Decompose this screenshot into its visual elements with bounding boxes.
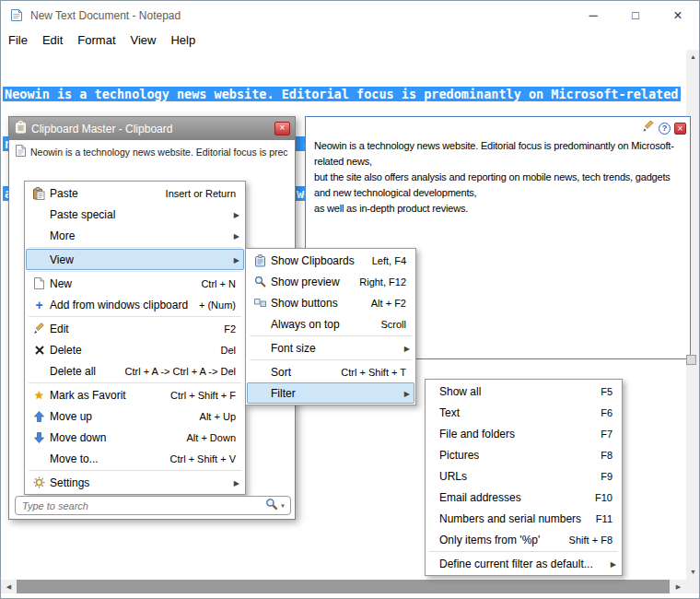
submenu-arrow-icon: ▶ (234, 255, 239, 264)
menu-item-move-up[interactable]: Move up Alt + Up (26, 405, 244, 427)
menu-item-label: File and folders (439, 428, 601, 440)
filter-item-text[interactable]: Text F6 (426, 402, 621, 423)
preview-close-icon[interactable]: × (674, 123, 686, 135)
menu-item-shortcut: F7 (601, 429, 621, 440)
menu-item-label: Email addresses (439, 491, 595, 504)
menu-item-view[interactable]: View ▶ (26, 249, 244, 270)
menu-item-label: Show Clipboards (271, 254, 372, 267)
clipboard-master-titlebar[interactable]: Clipboard Master - Clipboard × (9, 117, 295, 140)
filter-item-pictures[interactable]: Pictures F8 (426, 444, 621, 465)
menu-item-shortcut: F8 (601, 450, 621, 461)
search-dropdown-icon[interactable]: ▼ (280, 503, 286, 509)
menu-item-label: Font size (271, 342, 414, 355)
menu-item-mark-as-favorit[interactable]: ★ Mark as Favorit Ctrl + Shift + F (26, 384, 244, 405)
preview-line: but the site also offers analysis and re… (314, 170, 684, 185)
window-controls: ─ □ × (572, 1, 699, 29)
horizontal-scrollbar-thumb[interactable] (17, 580, 670, 593)
menu-item-shortcut: F2 (224, 323, 244, 335)
show-clipboards-icon (250, 254, 271, 267)
menu-item-move-to[interactable]: Move to... Ctrl + Shift + V (26, 448, 244, 469)
menu-item-paste[interactable]: Paste Insert or Return (26, 182, 244, 204)
favorite-star-icon: ★ (29, 389, 50, 402)
menu-item-delete[interactable]: Delete Del (26, 339, 244, 360)
menu-item-shortcut: F6 (601, 407, 621, 418)
clipboard-master-app-icon (15, 121, 27, 136)
menu-item-shortcut: Alt + Down (187, 432, 245, 443)
menu-item-shortcut: Insert or Return (166, 188, 244, 199)
submenu-item-filter[interactable]: Filter ▶ (247, 382, 414, 404)
menubar-item-file[interactable]: File (1, 31, 35, 49)
filter-item-file-and-folders[interactable]: File and folders F7 (426, 423, 621, 444)
menu-item-label: Always on top (271, 318, 380, 331)
filter-item-only-items-from[interactable]: Only items from '%p' Shift + F8 (426, 529, 621, 550)
menu-item-new[interactable]: New Ctrl + N (26, 273, 244, 294)
scroll-left-icon[interactable]: ◀ (1, 580, 17, 593)
menu-item-label: Filter (271, 387, 414, 400)
menu-item-label: Edit (50, 323, 224, 335)
menu-item-label: Move down (50, 431, 187, 444)
maximize-button[interactable]: □ (614, 1, 657, 29)
clipboard-master-title: Clipboard Master - Clipboard (31, 123, 172, 135)
filter-item-email-addresses[interactable]: Email addresses F10 (426, 487, 621, 508)
search-input[interactable] (16, 500, 265, 511)
menu-item-shortcut: + (Num) (199, 300, 244, 311)
selected-text-line: Neowin is a technology news website. Edi… (3, 87, 681, 101)
submenu-item-show-buttons[interactable]: Show buttons Alt + F2 (247, 292, 414, 313)
submenu-item-always-on-top[interactable]: Always on top Scroll (247, 313, 414, 335)
menu-item-add-from-windows-clipboard[interactable]: + Add from windows clipboard + (Num) (26, 294, 244, 315)
notepad-window: New Text Document - Notepad ─ □ × File E… (0, 0, 700, 599)
menu-item-more[interactable]: More ▶ (26, 225, 244, 246)
submenu-item-show-clipboards[interactable]: Show Clipboards Left, F4 (247, 250, 414, 271)
scroll-up-icon[interactable]: ▲ (686, 50, 700, 65)
submenu-arrow-icon: ▶ (234, 231, 239, 240)
maximize-icon: □ (632, 8, 639, 22)
show-buttons-icon (250, 297, 271, 309)
menu-item-delete-all[interactable]: Delete all Ctrl + A -> Ctrl + A -> Del (26, 360, 244, 382)
show-preview-icon (250, 276, 271, 288)
clipboard-context-menu: Paste Insert or Return Paste special ▶ M… (24, 181, 246, 495)
submenu-arrow-icon: ▶ (404, 389, 410, 397)
menu-separator (29, 247, 241, 248)
menu-item-label: Mark as Favorit (50, 389, 170, 402)
minimize-button[interactable]: ─ (572, 1, 614, 29)
menu-item-move-down[interactable]: Move down Alt + Down (26, 427, 244, 448)
menu-item-settings[interactable]: Settings ▶ (26, 472, 244, 493)
filter-item-define-current-filter-as-default[interactable]: Define current filter as default... ▶ (426, 553, 621, 574)
preview-edit-icon[interactable] (642, 120, 655, 136)
submenu-item-font-size[interactable]: Font size ▶ (247, 337, 414, 358)
add-icon: + (29, 298, 50, 312)
horizontal-scrollbar[interactable]: ◀ ▶ (1, 580, 686, 593)
menu-item-label: Add from windows clipboard (50, 299, 199, 311)
filter-submenu: Show all F5 Text F6 File and folders F7 … (425, 379, 623, 576)
clipboard-master-close-icon[interactable]: × (274, 122, 290, 135)
menu-separator (29, 470, 241, 471)
submenu-item-show-preview[interactable]: Show preview Right, F12 (247, 271, 414, 292)
filter-item-show-all[interactable]: Show all F5 (426, 381, 621, 402)
filter-item-numbers-and-serial-numbers[interactable]: Numbers and serial numbers F11 (426, 508, 621, 529)
menu-separator (29, 316, 241, 317)
filter-item-urls[interactable]: URLs F9 (426, 465, 621, 487)
notepad-titlebar[interactable]: New Text Document - Notepad ─ □ × (1, 1, 699, 29)
paste-icon (29, 187, 50, 200)
menubar-item-edit[interactable]: Edit (35, 31, 70, 49)
search-icon[interactable] (265, 498, 278, 514)
scroll-right-icon[interactable]: ▶ (671, 580, 686, 593)
preview-help-icon[interactable]: ? (659, 123, 671, 135)
menubar-item-view[interactable]: View (123, 31, 164, 49)
menu-item-shortcut: Alt + F2 (371, 298, 414, 309)
close-button[interactable]: × (657, 1, 699, 29)
clipboard-item-text: Neowin is a technology news website. Edi… (30, 147, 288, 158)
menubar-item-format[interactable]: Format (70, 31, 122, 49)
menu-item-paste-special[interactable]: Paste special ▶ (26, 204, 244, 225)
menubar-item-help[interactable]: Help (163, 31, 203, 49)
menu-item-edit[interactable]: Edit F2 (26, 318, 244, 339)
clipboard-item-row[interactable]: Neowin is a technology news website. Edi… (9, 140, 295, 161)
scroll-down-icon[interactable]: ▼ (686, 565, 700, 580)
menu-item-shortcut: F9 (601, 471, 621, 482)
clipboard-item-icon (16, 145, 26, 159)
notepad-menubar: File Edit Format View Help (1, 29, 699, 50)
submenu-item-sort[interactable]: Sort Ctrl + Shift + T (247, 361, 414, 382)
submenu-arrow-icon: ▶ (611, 559, 616, 568)
menu-item-shortcut: Del (220, 345, 244, 356)
delete-x-icon (29, 346, 50, 355)
